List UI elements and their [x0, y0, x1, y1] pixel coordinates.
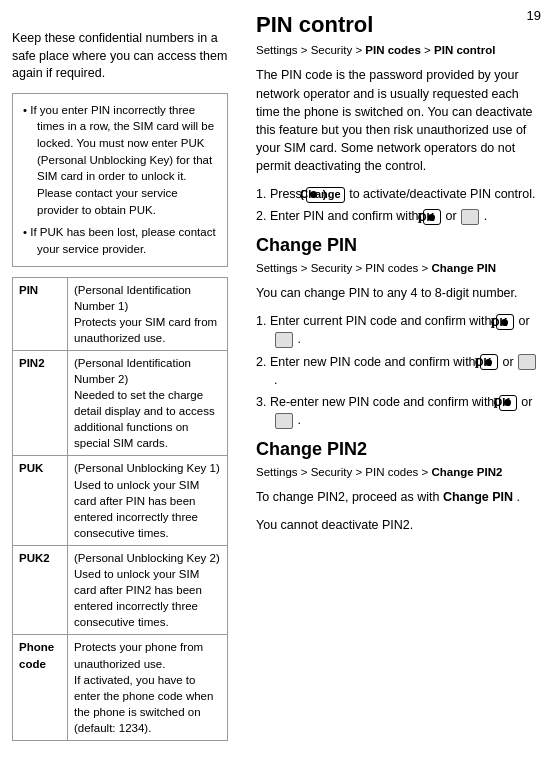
change-pin-body: You can change PIN to any 4 to 8-digit n…	[256, 284, 541, 302]
left-column: Keep these confidential numbers in a saf…	[0, 0, 240, 753]
pin-control-step-2: Enter PIN and confirm with (OK) or .	[256, 207, 541, 225]
term-name-puk: PUK	[13, 456, 68, 545]
pin-control-title: PIN control	[256, 12, 541, 38]
change-pin-step-2: Enter new PIN code and confirm with (OK)…	[256, 353, 541, 389]
pin-control-body: The PIN code is the password provided by…	[256, 66, 541, 175]
table-row: PIN2 (Personal Identification Number 2) …	[13, 350, 228, 456]
pin-control-steps: Press (Change) to activate/deactivate PI…	[256, 185, 541, 225]
pin-control-step-1: Press (Change) to activate/deactivate PI…	[256, 185, 541, 203]
right-column: PIN control Settings > Security > PIN co…	[240, 0, 557, 556]
warning-box: If you enter PIN incorrectly three times…	[12, 93, 228, 267]
term-table: PIN (Personal Identification Number 1) P…	[12, 277, 228, 741]
intro-text: Keep these confidential numbers in a saf…	[12, 30, 228, 83]
change-pin-step-3: Re-enter new PIN code and confirm with (…	[256, 393, 541, 429]
warning-list: If you enter PIN incorrectly three times…	[23, 102, 217, 258]
ok-button-icon-1: (OK)	[423, 209, 441, 225]
term-name-puk2: PUK2	[13, 545, 68, 634]
term-desc-pin: (Personal Identification Number 1) Prote…	[68, 277, 228, 350]
term-name-pin: PIN	[13, 277, 68, 350]
pin-control-breadcrumb: Settings > Security > PIN codes > PIN co…	[256, 42, 541, 58]
table-row: PUK2 (Personal Unblocking Key 2) Used to…	[13, 545, 228, 634]
change-pin-title: Change PIN	[256, 235, 541, 257]
ok-button-icon-2: (OK)	[496, 314, 514, 330]
ok-button-icon-4: (OK)	[499, 395, 517, 411]
term-desc-puk2: (Personal Unblocking Key 2) Used to unlo…	[68, 545, 228, 634]
change-pin-breadcrumb: Settings > Security > PIN codes > Change…	[256, 260, 541, 276]
table-row: PIN (Personal Identification Number 1) P…	[13, 277, 228, 350]
square-button-icon-1	[461, 209, 479, 225]
ok-button-icon-3: (OK)	[480, 354, 498, 370]
square-button-icon-4	[275, 413, 293, 429]
term-name-phonecode: Phone code	[13, 635, 68, 741]
change-pin2-title: Change PIN2	[256, 439, 541, 461]
change-pin-step-1: Enter current PIN code and confirm with …	[256, 312, 541, 348]
square-button-icon-2	[275, 332, 293, 348]
term-desc-pin2: (Personal Identification Number 2) Neede…	[68, 350, 228, 456]
warning-item-1: If you enter PIN incorrectly three times…	[23, 102, 217, 219]
table-row: Phone code Protects your phone from unau…	[13, 635, 228, 741]
warning-item-2: If PUK has been lost, please contact you…	[23, 224, 217, 257]
change-pin-steps: Enter current PIN code and confirm with …	[256, 312, 541, 429]
term-desc-phonecode: Protects your phone from unauthorized us…	[68, 635, 228, 741]
change-button-icon: (Change)	[306, 187, 344, 203]
term-name-pin2: PIN2	[13, 350, 68, 456]
term-desc-puk: (Personal Unblocking Key 1) Used to unlo…	[68, 456, 228, 545]
change-pin2-body: To change PIN2, proceed as with Change P…	[256, 488, 541, 506]
square-button-icon-3	[518, 354, 536, 370]
change-pin2-breadcrumb: Settings > Security > PIN codes > Change…	[256, 464, 541, 480]
change-pin2-note: You cannot deactivate PIN2.	[256, 516, 541, 534]
table-row: PUK (Personal Unblocking Key 1) Used to …	[13, 456, 228, 545]
